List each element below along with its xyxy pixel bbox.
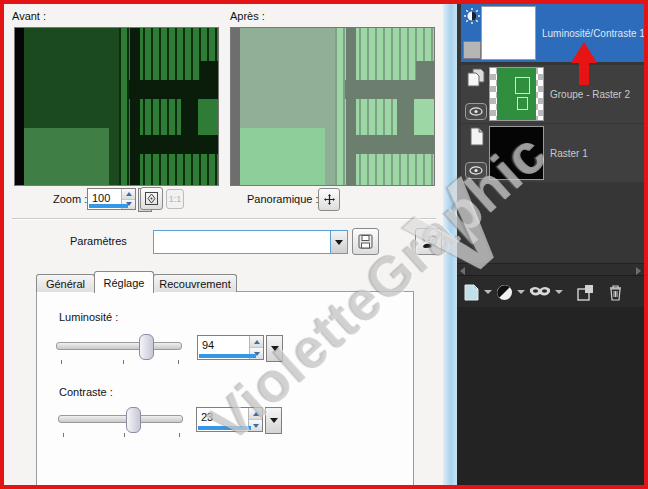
group-layers-button[interactable] — [577, 284, 594, 301]
zoom-value-bar — [89, 204, 128, 208]
presets-value[interactable] — [154, 231, 330, 253]
brightness-slider-thumb[interactable] — [139, 334, 154, 360]
screenshot-stage: Avant : Après : — [0, 0, 648, 489]
tab-recouvrement[interactable]: Recouvrement — [153, 274, 237, 292]
mask-dropdown-icon[interactable] — [555, 290, 563, 294]
layers-panel: Luminosité/Contraste 1 Groupe - Ras — [457, 4, 644, 485]
adjustment-swatch[interactable] — [463, 41, 481, 59]
divider — [12, 218, 436, 220]
layer-thumbnail-pcb[interactable] — [489, 67, 544, 121]
visibility-toggle[interactable] — [465, 162, 487, 179]
navigate-icon — [145, 192, 158, 205]
contrast-label: Contraste : — [59, 386, 113, 398]
reset-to-default-button[interactable] — [415, 228, 442, 255]
chevron-down-icon — [270, 418, 278, 423]
layer-thumbnail-black[interactable] — [489, 126, 544, 180]
adjustment-dropdown-icon[interactable] — [517, 290, 525, 294]
reset-icon — [421, 234, 437, 250]
panel-empty-area — [457, 307, 644, 485]
chevron-down-icon — [271, 346, 279, 351]
new-mask-layer-button[interactable] — [529, 286, 551, 298]
contrast-slider[interactable] — [58, 406, 183, 436]
brightness-slider[interactable] — [56, 333, 182, 363]
one-to-one-button: 1:1 — [166, 189, 184, 209]
after-preview[interactable] — [230, 27, 435, 186]
after-label: Après : — [230, 10, 265, 22]
brightness-contrast-dialog: Avant : Après : — [4, 4, 443, 485]
new-layer-button[interactable] — [462, 283, 480, 301]
raster-layer-icon — [468, 127, 485, 146]
contrast-value-bar — [198, 426, 251, 430]
new-layer-dropdown-icon[interactable] — [484, 290, 492, 294]
before-preview[interactable] — [14, 27, 219, 186]
navigate-button[interactable] — [140, 187, 163, 210]
layer-thumbnail-white[interactable] — [481, 6, 536, 60]
layer-row-raster[interactable]: Raster 1 — [461, 124, 644, 182]
layers-toolbar — [457, 275, 644, 308]
scroll-left-icon[interactable] — [460, 267, 465, 275]
presets-label: Paramètres — [70, 235, 127, 247]
save-icon — [358, 234, 373, 249]
presets-combobox[interactable] — [153, 230, 348, 254]
presets-dropdown-button[interactable] — [330, 231, 347, 253]
move-icon — [323, 193, 336, 206]
delete-layer-button[interactable] — [608, 284, 623, 301]
chevron-down-icon — [335, 240, 343, 245]
layer-row-adjustment[interactable]: Luminosité/Contraste 1 — [461, 4, 644, 62]
annotation-arrow-up — [571, 42, 597, 86]
brightness-value-bar — [199, 354, 256, 358]
contrast-value-editor[interactable]: 23 — [196, 407, 282, 434]
layer-row-group[interactable]: Groupe - Raster 2 — [461, 65, 644, 123]
eye-icon — [469, 107, 483, 116]
tab-reglage[interactable]: Réglage — [94, 271, 154, 293]
visibility-toggle[interactable] — [465, 103, 487, 120]
brightness-dropdown-button[interactable] — [266, 335, 283, 362]
brightness-value-editor[interactable]: 94 — [197, 335, 283, 362]
layer-name[interactable]: Raster 1 — [550, 148, 588, 159]
new-adjustment-layer-button[interactable] — [496, 284, 513, 301]
brightness-contrast-icon — [463, 7, 481, 25]
tab-general[interactable]: Général — [36, 274, 95, 292]
zoom-label: Zoom : — [53, 193, 87, 205]
pan-label: Panoramique : — [247, 193, 319, 205]
contrast-dropdown-button[interactable] — [265, 407, 282, 434]
before-label: Avant : — [12, 10, 46, 22]
layer-name[interactable]: Luminosité/Contraste 1 — [542, 28, 645, 39]
layer-group-icon — [466, 68, 486, 87]
contrast-slider-thumb[interactable] — [126, 407, 141, 433]
scroll-right-icon[interactable] — [636, 267, 641, 275]
pan-button[interactable] — [318, 188, 340, 211]
save-preset-button[interactable] — [352, 228, 379, 255]
eye-icon — [469, 166, 483, 175]
brightness-label: Luminosité : — [59, 311, 118, 323]
window-gutter — [443, 4, 457, 485]
layer-name[interactable]: Groupe - Raster 2 — [550, 89, 630, 100]
